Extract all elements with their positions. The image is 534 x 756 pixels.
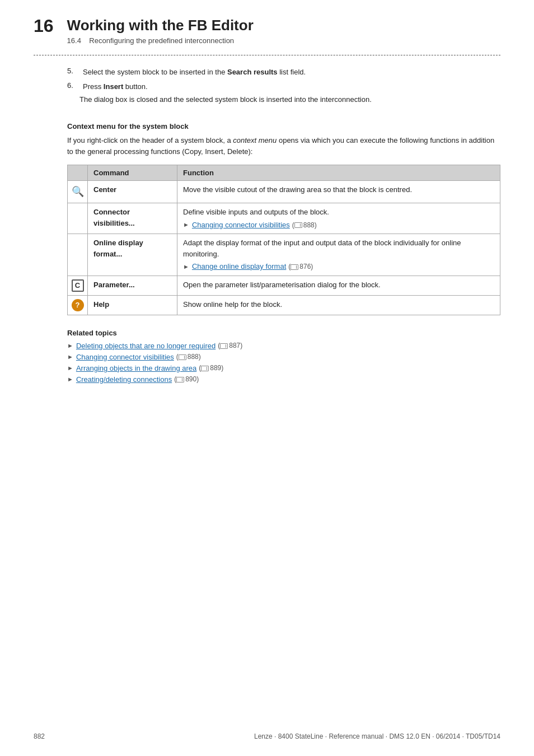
page-icon [294, 222, 302, 228]
page-icon [220, 343, 228, 349]
table-col-function: Function [177, 165, 500, 181]
step-6-num: 6. [67, 81, 83, 90]
page-ref-887: (887) [218, 342, 242, 349]
doc-reference: Lenze · 8400 StateLine · Reference manua… [254, 732, 500, 740]
link-arranging-objects[interactable]: Arranging objects in the drawing area [76, 364, 196, 372]
table-row: C Parameter... Open the parameter list/p… [68, 276, 500, 295]
related-topics-heading: Related topics [67, 329, 500, 337]
section-title: Reconfiguring the predefined interconnec… [89, 36, 234, 45]
related-topics-list: ► Deleting objects that are no longer re… [67, 342, 500, 384]
main-content: 5. Select the system block to be inserte… [34, 67, 500, 384]
icon-cell-help: ? [68, 295, 88, 315]
link-changing-connector[interactable]: Changing connector visibilities [76, 353, 174, 361]
table-col-command: Command [88, 165, 177, 181]
c-icon: C [72, 279, 84, 292]
table-row: Online display format... Adapt the displ… [68, 234, 500, 276]
arrow-icon: ► [67, 365, 73, 371]
cmd-name-parameter: Parameter... [88, 276, 177, 295]
arrow-icon: ► [67, 342, 73, 349]
page-header: 16 Working with the FB Editor 16.4 Recon… [34, 17, 500, 45]
context-menu-heading: Context menu for the system block [67, 122, 500, 130]
chapter-title: Working with the FB Editor [67, 17, 254, 34]
step-5-num: 5. [67, 67, 83, 75]
cmd-name-help: Help [88, 295, 177, 315]
command-table: Command Function 🔍 Center Move the visib… [67, 165, 500, 315]
chapter-number: 16 [34, 17, 54, 35]
link-connector-visibilities[interactable]: Changing connector visibilities [192, 220, 290, 231]
context-menu-description: If you right-click on the header of a sy… [67, 135, 500, 158]
icon-cell-parameter: C [68, 276, 88, 295]
cmd-function-connector: Define visible inputs and outputs of the… [177, 203, 500, 234]
arrow-icon: ► [183, 220, 189, 230]
cmd-function-online: Adapt the display format of the input an… [177, 234, 500, 276]
step-6: 6. Press Insert button. The dialog box i… [67, 81, 500, 106]
section-number: 16.4 [67, 36, 81, 45]
table-col-icon [68, 165, 88, 181]
divider [34, 55, 500, 55]
link-creating-deleting[interactable]: Creating/deleting connections [76, 375, 172, 384]
cmd-function-parameter: Open the parameter list/parameterisation… [177, 276, 500, 295]
related-topic-1: ► Deleting objects that are no longer re… [67, 342, 500, 350]
link-online-display[interactable]: Change online display format [192, 261, 286, 272]
step-6-sublist: The dialog box is closed and the selecte… [79, 94, 372, 106]
cmd-name-center: Center [88, 181, 177, 203]
step-5-text: Select the system block to be inserted i… [83, 67, 306, 78]
arrow-icon: ► [67, 353, 73, 360]
cmd-function-center: Move the visible cutout of the drawing a… [177, 181, 500, 203]
page-icon [176, 377, 184, 382]
help-icon: ? [72, 299, 84, 311]
page-ref-890: (890) [174, 375, 199, 383]
section-ref: 16.4 Reconfiguring the predefined interc… [67, 36, 254, 45]
related-topic-3: ► Arranging objects in the drawing area … [67, 364, 500, 372]
cmd-name-connector: Connector visibilities... [88, 203, 177, 234]
step-6-sub-1: The dialog box is closed and the selecte… [79, 94, 372, 105]
page-icon [201, 366, 209, 371]
search-icon: 🔍 [72, 184, 84, 199]
cmd-name-online: Online display format... [88, 234, 177, 276]
step-list: 5. Select the system block to be inserte… [67, 67, 500, 106]
page-footer: 882 Lenze · 8400 StateLine · Reference m… [0, 732, 534, 740]
related-topic-2: ► Changing connector visibilities (888) [67, 353, 500, 361]
icon-cell-connector [68, 203, 88, 234]
page-number: 882 [34, 732, 45, 740]
table-row: ? Help Show online help for the block. [68, 295, 500, 315]
table-row: Connector visibilities... Define visible… [68, 203, 500, 234]
page-ref-888b: (888) [176, 353, 201, 361]
page-icon [291, 264, 298, 270]
related-topic-4: ► Creating/deleting connections (890) [67, 375, 500, 384]
link-deleting-objects[interactable]: Deleting objects that are no longer requ… [76, 342, 216, 350]
page-ref-889: (889) [199, 364, 223, 372]
table-row: 🔍 Center Move the visible cutout of the … [68, 181, 500, 203]
step-6-text: Press Insert button. [83, 81, 148, 92]
cmd-function-help: Show online help for the block. [177, 295, 500, 315]
step-5: 5. Select the system block to be inserte… [67, 67, 500, 78]
arrow-icon: ► [67, 376, 73, 382]
icon-cell-online [68, 234, 88, 276]
page-ref-876: (876) [288, 262, 313, 272]
page-icon [179, 354, 186, 360]
icon-cell-search: 🔍 [68, 181, 88, 203]
page-ref-888: (888) [292, 220, 317, 230]
arrow-icon: ► [183, 262, 189, 272]
